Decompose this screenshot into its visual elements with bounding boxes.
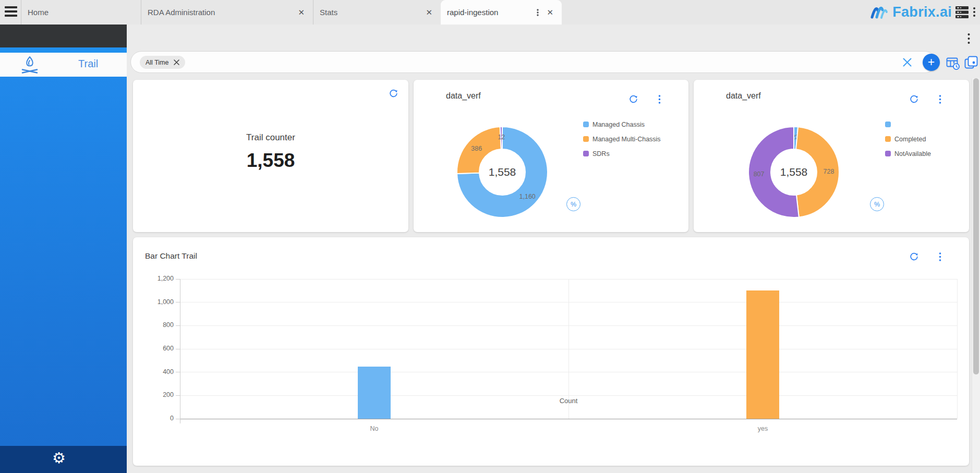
tab-label: RDA Administration xyxy=(148,8,296,17)
percent-toggle-button[interactable]: % xyxy=(870,197,884,211)
donut-center-total: 1,558 xyxy=(489,166,516,178)
legend-label: NotAvailable xyxy=(894,150,931,157)
legend-item[interactable]: Managed Chassis xyxy=(583,119,661,129)
y-axis-tick xyxy=(176,372,180,372)
tab-label: Home xyxy=(28,8,135,17)
topbar-kebab-icon[interactable] xyxy=(971,6,978,20)
server-stack-icon[interactable] xyxy=(955,6,969,20)
legend-swatch xyxy=(885,122,891,127)
chip-close-icon[interactable] xyxy=(174,59,179,65)
tab-rda-administration[interactable]: RDA Administration ✕ xyxy=(141,0,313,25)
donut-chart: 1,160386121,558 xyxy=(454,124,551,223)
legend-swatch xyxy=(885,136,891,142)
donut-slice-label: 728 xyxy=(824,168,834,175)
counter-card: Trail counter 1,558 xyxy=(133,80,408,232)
scrollbar-track[interactable] xyxy=(972,78,980,473)
plot-right-edge xyxy=(957,279,958,419)
donut-center-total: 1,558 xyxy=(780,166,808,178)
y-axis-tick xyxy=(176,395,180,396)
sidebar-body xyxy=(0,77,127,446)
percent-toggle-button[interactable]: % xyxy=(566,197,580,211)
y-tick-label: 0 xyxy=(140,415,174,422)
legend-swatch xyxy=(885,151,891,156)
y-tick-label: 400 xyxy=(140,368,174,375)
refresh-icon[interactable] xyxy=(909,252,919,264)
table-schedule-icon[interactable] xyxy=(946,56,960,72)
scrollbar-thumb[interactable] xyxy=(973,78,979,374)
counter-title: Trail counter xyxy=(133,132,408,143)
add-filter-button[interactable]: + xyxy=(923,54,940,71)
tab-label: Stats xyxy=(320,8,424,17)
tab-stats[interactable]: Stats ✕ xyxy=(313,0,441,25)
sidebar-item-trail[interactable]: Trail xyxy=(0,53,127,77)
legend-item[interactable]: Managed Multi-Chassis xyxy=(583,134,661,144)
y-tick-label: 200 xyxy=(140,391,174,398)
sidebar-divider xyxy=(0,47,127,53)
refresh-icon[interactable] xyxy=(909,94,919,106)
donut-slice-label: 1,160 xyxy=(519,193,536,200)
card-kebab-icon[interactable] xyxy=(656,94,663,106)
card-title: data_verf xyxy=(446,91,481,101)
donut-svg: 1,160386121,558 xyxy=(454,124,551,221)
refresh-icon[interactable] xyxy=(389,89,398,101)
x-axis-title: Count xyxy=(490,397,647,405)
y-axis-line xyxy=(180,279,180,423)
y-tick-label: 600 xyxy=(140,345,174,352)
legend-swatch xyxy=(583,136,589,142)
dashboard-kebab-icon[interactable] xyxy=(965,32,972,47)
tab-bar: Home RDA Administration ✕ Stats ✕ rapid-… xyxy=(0,0,980,25)
copy-dashboard-icon[interactable] xyxy=(963,55,979,72)
legend-swatch xyxy=(583,122,589,127)
legend-label: Managed Multi-Chassis xyxy=(592,136,661,143)
donut-chart: 237288071,558 xyxy=(745,124,842,223)
donut-card-1: data_verf 1,160386121,558 Managed Chassi… xyxy=(414,80,688,232)
close-icon[interactable]: ✕ xyxy=(424,7,434,18)
y-axis-tick xyxy=(176,302,180,302)
tab-kebab-icon[interactable] xyxy=(534,8,541,17)
chart-legend: Managed ChassisManaged Multi-ChassisSDRs xyxy=(583,119,661,159)
counter-value: 1,558 xyxy=(133,150,408,172)
legend-label: Completed xyxy=(894,136,926,143)
legend-item[interactable] xyxy=(885,119,931,129)
x-axis-line xyxy=(176,419,957,419)
y-tick-label: 1,200 xyxy=(140,275,174,282)
bar[interactable] xyxy=(746,290,779,419)
x-tick-label: No xyxy=(343,425,406,432)
sidebar: Trail ⚙ xyxy=(0,25,127,473)
legend-item[interactable]: NotAvailable xyxy=(885,149,931,159)
donut-slice-label: 807 xyxy=(754,171,765,178)
tab-home[interactable]: Home xyxy=(21,0,141,25)
card-kebab-icon[interactable] xyxy=(937,94,943,106)
y-axis-tick xyxy=(176,349,180,349)
sidebar-item-label: Trail xyxy=(78,58,98,70)
legend-item[interactable]: SDRs xyxy=(583,149,661,159)
donut-svg: 237288071,558 xyxy=(745,124,842,221)
tab-strip: Home RDA Administration ✕ Stats ✕ rapid-… xyxy=(21,0,562,25)
y-tick-label: 1,000 xyxy=(140,298,174,306)
fabrix-logo-icon xyxy=(870,3,889,22)
gear-icon[interactable]: ⚙ xyxy=(52,451,66,466)
refresh-icon[interactable] xyxy=(628,94,638,106)
brand: Fabrix.ai xyxy=(870,0,952,25)
legend-swatch xyxy=(583,151,589,156)
card-title: Bar Chart Trail xyxy=(145,251,197,261)
filter-bar[interactable]: All Time + xyxy=(130,51,936,73)
x-tick-label: yes xyxy=(732,425,794,432)
legend-label: Managed Chassis xyxy=(592,121,645,128)
y-axis-tick xyxy=(176,325,180,326)
legend-item[interactable]: Completed xyxy=(885,134,931,144)
filter-chip-all-time[interactable]: All Time xyxy=(140,56,185,69)
close-icon[interactable]: ✕ xyxy=(296,7,307,18)
bonfire-icon xyxy=(16,55,44,75)
clear-filters-icon[interactable] xyxy=(902,57,912,69)
bar-chart-card: Bar Chart Trail 02004006008001,0001,200N… xyxy=(133,237,969,466)
chip-label: All Time xyxy=(146,59,168,66)
close-icon[interactable]: ✕ xyxy=(545,7,555,18)
card-kebab-icon[interactable] xyxy=(937,252,943,264)
y-axis-tick xyxy=(176,419,180,419)
tab-label: rapid-ingestion xyxy=(447,8,534,17)
hamburger-menu-icon[interactable] xyxy=(5,6,17,18)
donut-slice-label: 12 xyxy=(498,134,505,141)
tab-rapid-ingestion[interactable]: rapid-ingestion ✕ xyxy=(441,0,562,25)
bar[interactable] xyxy=(358,367,391,419)
